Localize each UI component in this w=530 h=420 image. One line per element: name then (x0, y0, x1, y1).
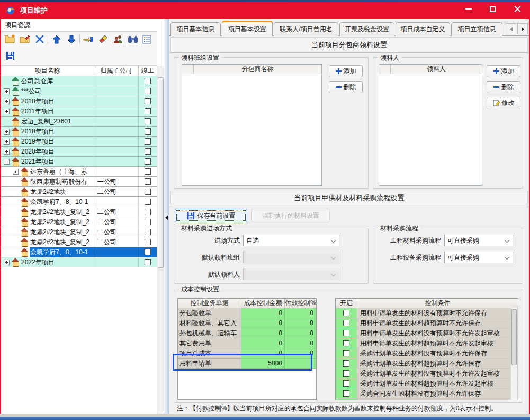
expand-plus-icon[interactable] (4, 139, 10, 145)
tree-row-longding[interactable]: 龙鼎2#2地块 二公司 (1, 187, 157, 197)
close-button[interactable] (508, 3, 526, 15)
tab-project-basic-settings[interactable]: 项目基本设置 (222, 21, 273, 36)
expand-plus-icon[interactable] (13, 169, 19, 175)
amount-cell[interactable]: 0 (241, 308, 285, 318)
expand-plus-icon[interactable] (4, 88, 10, 94)
edit-folder-icon[interactable] (19, 33, 31, 45)
condition-checkbox[interactable] (343, 320, 349, 326)
tree-row-2010[interactable]: 2010年项目 (1, 96, 157, 106)
delete-icon[interactable] (34, 33, 46, 45)
tab-scroll-left-button[interactable] (506, 23, 516, 34)
tree-row-2021[interactable]: 2021年项目 (1, 157, 157, 167)
tree-row-zhongkai-selected[interactable]: 众凯学府7、8、10-1 (1, 247, 157, 257)
condition-checkbox[interactable] (343, 380, 349, 387)
tree-row-shaanxi[interactable]: 陕西康惠制药股份有 一公司 (1, 177, 157, 187)
amount-cell[interactable]: 0 (241, 338, 285, 348)
panel-splitter[interactable] (164, 19, 169, 414)
tree-row-company[interactable]: ***公司 (1, 86, 157, 96)
tab-invoice-tax[interactable]: 开票及税金设置 (339, 22, 394, 36)
condition-checkbox[interactable] (343, 390, 349, 397)
grid-settings-icon[interactable] (141, 33, 152, 45)
completed-checkbox[interactable] (145, 148, 151, 155)
condition-checkbox[interactable] (343, 360, 349, 367)
tree-row-2022[interactable]: 2022年项目 (1, 257, 157, 267)
completed-checkbox[interactable] (145, 158, 151, 165)
modify-picker-button[interactable]: 修改 (487, 97, 520, 109)
maximize-button[interactable] (483, 3, 501, 15)
tab-cost-custom[interactable]: 项目成本自定义 (396, 22, 450, 36)
tab-contacts-former-name[interactable]: 联系人/项目曾用名 (274, 22, 338, 36)
completed-checkbox[interactable] (145, 78, 151, 84)
tree-row-zhongkai[interactable]: 众凯学府7、8、10-1 (1, 197, 157, 207)
save-current-settings-button[interactable]: 保存当前设置 (175, 209, 247, 222)
completed-checkbox[interactable] (145, 259, 151, 265)
minimize-button[interactable] (460, 3, 478, 15)
expand-plus-icon[interactable] (4, 260, 10, 265)
collapse-minus-icon[interactable] (4, 159, 10, 165)
save-icon[interactable] (4, 50, 16, 61)
tree-scrollbar[interactable] (157, 66, 164, 414)
pay-cell[interactable]: 0 (285, 338, 316, 348)
completed-checkbox[interactable] (145, 189, 151, 195)
completed-checkbox[interactable] (145, 88, 151, 94)
tree-row-longding-copy[interactable]: 龙鼎2#2地块_复制_2 二公司 (1, 237, 157, 247)
tree-row-longding-copy[interactable]: 龙鼎2#2地块_复制_2 二公司 (1, 227, 157, 237)
completed-checkbox[interactable] (145, 249, 151, 255)
completed-checkbox[interactable] (145, 128, 151, 135)
condition-scrollbar-thumb[interactable] (511, 309, 517, 365)
tree-row-hongmai[interactable]: 宏迈_复制_23601 (1, 117, 157, 127)
condition-checkbox[interactable] (343, 350, 349, 356)
condition-scrollbar[interactable] (510, 308, 517, 400)
completed-checkbox[interactable] (145, 178, 151, 185)
tab-project-basic-info[interactable]: 项目基本信息 (170, 22, 221, 36)
remove-subcontractor-button[interactable]: 删除 (329, 81, 363, 93)
condition-checkbox[interactable] (343, 370, 349, 377)
completed-checkbox[interactable] (145, 138, 151, 145)
condition-checkbox[interactable] (343, 330, 349, 336)
completed-checkbox[interactable] (145, 219, 151, 225)
pay-cell[interactable]: 0 (285, 348, 316, 359)
tree-row-2011[interactable]: 2011年项目 (1, 106, 157, 117)
completed-checkbox[interactable] (145, 118, 151, 124)
amount-cell[interactable]: 0 (241, 318, 285, 328)
expand-plus-icon[interactable] (4, 99, 10, 104)
move-down-icon[interactable] (66, 33, 77, 45)
tree-row-longding-copy[interactable]: 龙鼎2#2地块_复制_2 二公司 (1, 207, 157, 217)
expand-plus-icon[interactable] (4, 129, 10, 135)
tree-row-longding-copy[interactable]: 龙鼎2#2地块_复制_2 二公司 (1, 217, 157, 227)
tree-scrollbar-thumb[interactable] (158, 77, 164, 268)
tree-row-yuandong[interactable]: 远东普惠（上海、苏 (1, 167, 157, 177)
completed-checkbox[interactable] (145, 199, 151, 205)
pay-cell[interactable] (285, 359, 316, 369)
completed-checkbox[interactable] (145, 98, 151, 104)
add-subcontractor-button[interactable]: 添加 (329, 65, 363, 77)
pay-cell[interactable]: 0 (285, 308, 316, 318)
tree-row-2019[interactable]: 2019年项目 (1, 137, 157, 147)
amount-cell[interactable]: 0 (241, 328, 285, 338)
picker-table[interactable]: 领料人 (379, 64, 482, 186)
condition-checkbox[interactable] (343, 310, 349, 316)
completed-checkbox[interactable] (145, 239, 151, 245)
completed-checkbox[interactable] (145, 108, 151, 114)
equipment-flow-select[interactable]: 可直接采购 (444, 252, 513, 263)
completed-checkbox[interactable] (145, 168, 151, 175)
entry-mode-select[interactable]: 自选 (243, 235, 339, 246)
assign-hand-icon[interactable] (83, 33, 94, 45)
move-up-icon[interactable] (51, 33, 62, 45)
expand-plus-icon[interactable] (4, 149, 10, 155)
tree-row-2020[interactable]: 2020年项目 (1, 147, 157, 157)
pay-cell[interactable]: 0 (285, 318, 316, 328)
tab-scroll-right-button[interactable] (517, 23, 528, 34)
tree-row-2018[interactable]: 2018年项目 (1, 127, 157, 137)
eraser-icon[interactable] (97, 33, 109, 45)
pay-cell[interactable]: 0 (285, 328, 316, 338)
amount-cell[interactable]: 0 (241, 348, 285, 359)
subcontractor-table[interactable]: 分包商名称 (182, 64, 322, 186)
completed-checkbox[interactable] (145, 209, 151, 215)
remove-picker-button[interactable]: 删除 (487, 81, 520, 93)
amount-cell[interactable]: 5000 (241, 359, 285, 369)
expand-plus-icon[interactable] (4, 109, 10, 114)
search-binoculars-icon[interactable] (127, 33, 139, 45)
add-picker-button[interactable]: 添加 (487, 65, 520, 77)
new-folder-icon[interactable] (4, 33, 16, 45)
